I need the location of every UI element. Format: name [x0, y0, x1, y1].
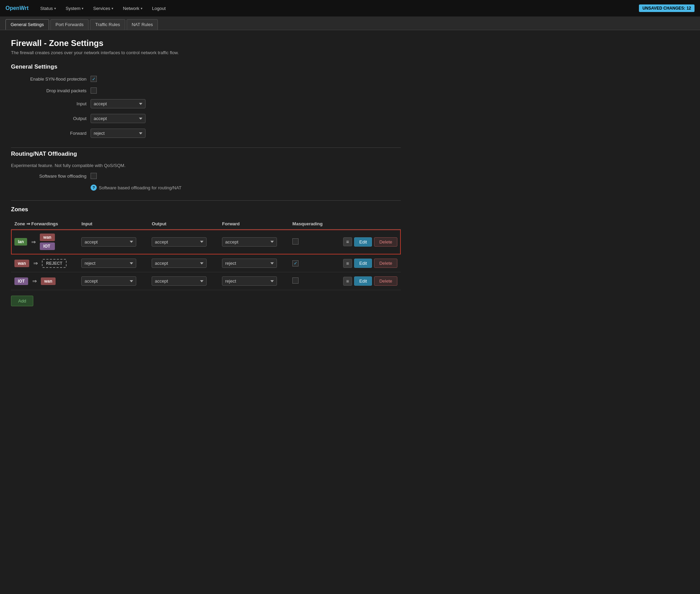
nav-logout[interactable]: Logout — [149, 4, 169, 13]
zone-tag-reject: REJECT — [42, 259, 66, 268]
forwarding-tags-wan: REJECT — [42, 259, 66, 268]
iot-input-select[interactable]: accept reject drop — [81, 276, 136, 286]
nav-status[interactable]: Status ▾ — [37, 4, 59, 13]
drop-invalid-checkbox[interactable] — [91, 87, 97, 94]
iot-edit-button[interactable]: Edit — [354, 276, 372, 286]
iot-output-select[interactable]: accept reject drop — [152, 276, 207, 286]
masq-cell-iot — [289, 272, 331, 290]
table-header-row: Zone ⇒ Forwardings Input Output Forward … — [11, 218, 401, 229]
wan-input-select[interactable]: accept reject drop — [81, 259, 136, 268]
output-cell-wan[interactable]: accept reject drop — [148, 254, 219, 272]
arrow-icon: ⇒ — [31, 260, 40, 266]
page-title: Firewall - Zone Settings — [11, 38, 401, 48]
wan-edit-button[interactable]: Edit — [354, 259, 372, 268]
output-cell-iot[interactable]: accept reject drop — [148, 272, 219, 290]
output-select[interactable]: accept reject drop — [91, 114, 145, 123]
arrow-icon: ⇒ — [30, 278, 39, 284]
offload-info-row: ? Software based offloading for routing/… — [91, 185, 401, 191]
lan-edit-button[interactable]: Edit — [354, 237, 372, 247]
lan-actions: ≡ Edit Delete — [335, 237, 397, 247]
arrow-icon: ⇒ — [29, 239, 38, 245]
lan-menu-button[interactable]: ≡ — [343, 237, 352, 246]
nav-network[interactable]: Network ▾ — [119, 4, 146, 13]
zones-section: Zones Zone ⇒ Forwardings Input Output Fo… — [11, 206, 401, 306]
syn-flood-label: Enable SYN-flood protection — [11, 76, 86, 82]
wan-delete-button[interactable]: Delete — [374, 259, 397, 268]
chevron-down-icon: ▾ — [112, 7, 113, 10]
tabs-bar: General Settings Port Forwards Traffic R… — [0, 16, 700, 30]
software-flow-checkbox[interactable] — [91, 173, 97, 179]
nav-services[interactable]: Services ▾ — [90, 4, 117, 13]
forward-cell-iot[interactable]: accept reject drop — [219, 272, 289, 290]
zone-forwarding-cell: IOT ⇒ wan — [11, 272, 78, 290]
col-actions — [331, 218, 401, 229]
input-cell-lan[interactable]: accept reject drop — [78, 229, 148, 254]
zones-table: Zone ⇒ Forwardings Input Output Forward … — [11, 218, 401, 290]
lan-forward-select[interactable]: accept reject drop — [222, 237, 277, 247]
zone-forwarding-cell: lan ⇒ wan IOT — [11, 229, 78, 254]
syn-flood-checkbox[interactable] — [91, 76, 97, 82]
forwarding-cell-wan: wan ⇒ REJECT — [14, 259, 74, 268]
tab-nat-rules[interactable]: NAT Rules — [127, 19, 158, 30]
forward-label: Forward — [11, 131, 86, 136]
col-masq: Masquerading — [289, 218, 331, 229]
chevron-down-icon: ▾ — [54, 7, 56, 10]
input-cell-iot[interactable]: accept reject drop — [78, 272, 148, 290]
output-row: Output accept reject drop — [11, 114, 401, 123]
iot-menu-button[interactable]: ≡ — [343, 277, 352, 286]
divider-1 — [11, 147, 401, 148]
navigation: OpenWrt Status ▾ System ▾ Services ▾ Net… — [0, 0, 700, 16]
forwarding-tags-iot: wan — [41, 277, 56, 285]
drop-invalid-label: Drop invalid packets — [11, 88, 86, 93]
iot-masq-checkbox[interactable] — [292, 277, 299, 284]
forward-cell-wan[interactable]: accept reject drop — [219, 254, 289, 272]
tab-general-settings[interactable]: General Settings — [5, 19, 49, 30]
nav-system[interactable]: System ▾ — [62, 4, 87, 13]
input-cell-wan[interactable]: accept reject drop — [78, 254, 148, 272]
iot-forward-select[interactable]: accept reject drop — [222, 276, 277, 286]
offload-info-text: Software based offloading for routing/NA… — [99, 185, 182, 190]
page-subtitle: The firewall creates zones over your net… — [11, 50, 401, 55]
forwarding-cell-lan: lan ⇒ wan IOT — [14, 234, 74, 250]
tab-traffic-rules[interactable]: Traffic Rules — [90, 19, 125, 30]
input-label: Input — [11, 101, 86, 106]
table-row: wan ⇒ REJECT accept reject drop — [11, 254, 401, 272]
tab-port-forwards[interactable]: Port Forwards — [50, 19, 89, 30]
logo: OpenWrt — [5, 5, 28, 11]
forwarding-tags-lan: wan IOT — [40, 234, 55, 250]
chevron-down-icon: ▾ — [141, 7, 142, 10]
input-select[interactable]: accept reject drop — [91, 99, 145, 108]
masq-cell-lan — [289, 229, 331, 254]
wan-menu-button[interactable]: ≡ — [343, 259, 352, 268]
general-settings-heading: General Settings — [11, 63, 401, 70]
zone-tag-iot: IOT — [14, 277, 28, 285]
general-settings-section: General Settings Enable SYN-flood protec… — [11, 63, 401, 138]
wan-forward-select[interactable]: accept reject drop — [222, 259, 277, 268]
action-cell-lan: ≡ Edit Delete — [331, 229, 401, 254]
lan-output-select[interactable]: accept reject drop — [152, 237, 207, 247]
software-flow-label: Software flow offloading — [11, 174, 86, 179]
wan-output-select[interactable]: accept reject drop — [152, 259, 207, 268]
zone-forwarding-cell: wan ⇒ REJECT — [11, 254, 78, 272]
forward-select[interactable]: accept reject drop — [91, 129, 145, 138]
input-row: Input accept reject drop — [11, 99, 401, 108]
info-icon: ? — [91, 185, 97, 191]
logo-open: Open — [5, 5, 20, 11]
action-cell-iot: ≡ Edit Delete — [331, 272, 401, 290]
forward-cell-lan[interactable]: accept reject drop — [219, 229, 289, 254]
offloading-section: Routing/NAT Offloading Experimental feat… — [11, 151, 401, 191]
add-zone-button[interactable]: Add — [11, 296, 33, 306]
iot-delete-button[interactable]: Delete — [374, 276, 397, 286]
wan-masq-checkbox[interactable] — [292, 260, 299, 266]
chevron-down-icon: ▾ — [82, 7, 83, 10]
action-cell-wan: ≡ Edit Delete — [331, 254, 401, 272]
syn-flood-row: Enable SYN-flood protection — [11, 76, 401, 82]
lan-delete-button[interactable]: Delete — [374, 237, 397, 247]
forwarding-cell-iot: IOT ⇒ wan — [14, 277, 74, 285]
divider-2 — [11, 200, 401, 201]
table-row: IOT ⇒ wan accept reject drop — [11, 272, 401, 290]
lan-masq-checkbox[interactable] — [292, 238, 299, 245]
lan-input-select[interactable]: accept reject drop — [81, 237, 136, 247]
zone-tag-lan: lan — [14, 238, 27, 246]
output-cell-lan[interactable]: accept reject drop — [148, 229, 219, 254]
